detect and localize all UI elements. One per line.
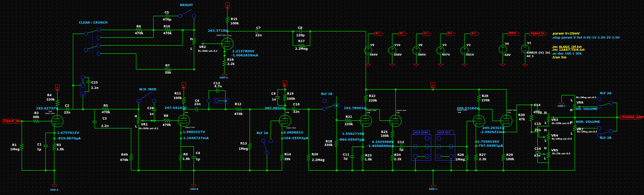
vsource-v4-symbol[interactable] [499,45,507,53]
gnd-v2-symbol[interactable] [462,64,467,66]
gnd-v1-symbol[interactable] [523,64,528,67]
switch-wh-mod-contact2[interactable] [152,99,156,103]
pot-vr6-symbol[interactable] [573,103,576,111]
gnd-a-top-symbol[interactable] [222,74,227,77]
cap-c1-symbol[interactable] [43,143,48,149]
switch-clean-crunch-throw2[interactable] [97,36,100,39]
pot-vr1-symbol[interactable] [137,116,140,124]
cap-c9-symbol[interactable] [275,95,280,100]
cap-c3-symbol[interactable] [92,119,97,125]
tube-v4b-symbol[interactable] [473,115,485,127]
relay-1a-contact1[interactable] [261,139,265,143]
pot-vr7-symbol[interactable] [573,124,576,132]
switch-clean-crunch-throw1[interactable] [97,28,100,31]
flag-cplus-rail[interactable] [431,82,435,89]
flag-bplus-src[interactable] [399,32,407,36]
cap-c5-symbol[interactable] [164,14,170,18]
schematic-canvas[interactable]: Signal_InR268kR11MegC11µR31.8kR4220kC222… [0,0,644,195]
resistor-r30-symbol[interactable] [530,114,533,122]
resistor-r25-symbol[interactable] [391,130,394,138]
tube-v4a-symbol[interactable] [500,115,512,127]
cap-c25-symbol[interactable] [86,79,91,85]
resistor-r27-symbol[interactable] [474,153,477,161]
relay-2b-throw-open[interactable] [597,134,601,137]
pot-vr3-symbol[interactable] [547,115,550,123]
cap-c6-symbol[interactable] [194,107,200,111]
switch-c25-contact1[interactable] [81,76,85,79]
resistor-r22-symbol[interactable] [364,94,367,102]
resistor-r24-symbol[interactable] [391,153,394,161]
switch-wh-mod-lever[interactable] [140,92,152,100]
resistor-r11-symbol[interactable] [182,96,185,105]
relay-2a-throw-open[interactable] [597,97,601,101]
ports-flags-grounds[interactable] [2,3,642,188]
resistor-r49-symbol[interactable] [130,153,133,161]
gnd-a-left-symbol[interactable] [52,185,57,187]
cap-c16-symbol[interactable] [535,150,540,155]
switch-clean-crunch-pole2[interactable] [84,48,88,52]
port-power-amp-flag[interactable] [620,115,642,119]
resistor-r15-symbol[interactable] [226,16,229,24]
vsource-v9-symbol[interactable] [364,47,372,54]
resistor-r28-symbol[interactable] [477,94,480,102]
resistor-r9-symbol[interactable] [179,153,182,161]
cap-c7-symbol[interactable] [254,29,260,34]
flag-aplus-r4[interactable] [55,85,59,92]
flag-bplus-r11[interactable] [182,82,186,89]
relay-1b-throw-open[interactable] [323,99,326,103]
resistor-r3-symbol[interactable] [53,143,56,151]
vsource-v10-symbol[interactable] [388,47,396,54]
flag-bias-src[interactable] [508,32,519,36]
switch-c13-contact1[interactable] [207,99,210,103]
relay-1a-contact3[interactable] [265,151,269,155]
cap-c4-symbol[interactable] [191,155,196,160]
tube-v3a-symbol[interactable] [390,115,401,127]
resistor-r17-symbol[interactable] [298,44,306,47]
tube-v1a-symbol[interactable] [222,38,233,50]
component-symbols[interactable] [20,14,576,162]
flag-dplus-src[interactable] [447,32,455,36]
switch-c25-contact2[interactable] [81,84,85,87]
resistor-r10-symbol[interactable] [164,28,172,31]
pot-vr4-symbol[interactable] [547,133,550,141]
relay-2a-throw[interactable] [609,101,613,105]
jack-ret-sleeve1[interactable] [437,154,441,158]
switch-bright-contact1[interactable] [178,14,182,18]
switch-wh-mod-contact1[interactable] [137,99,140,103]
tube-v1b-symbol[interactable] [51,115,63,127]
relay-1b-pole[interactable] [323,107,326,111]
resistor-r21-symbol[interactable] [344,119,352,122]
resistor-r2-symbol[interactable] [32,120,40,123]
gnd-v9-symbol[interactable] [366,64,371,66]
jack-send-tip[interactable] [425,136,429,140]
resistor-r18-symbol[interactable] [335,139,338,148]
vsource-v3-symbol[interactable] [437,47,444,54]
vsource-v1-symbol[interactable] [521,45,529,53]
tube-v3b-symbol[interactable] [360,115,372,127]
resistor-r23-symbol[interactable] [361,153,364,161]
switch-bright-lever[interactable] [181,9,192,15]
cap-c15-symbol[interactable] [535,126,540,132]
tube-v2b-symbol[interactable] [279,115,291,127]
resistor-r6-symbol[interactable] [135,28,143,31]
cap-c10-symbol[interactable] [291,107,296,111]
resistor-r26-symbol[interactable] [465,154,468,162]
cap-c2-symbol[interactable] [65,107,70,111]
switch-clean-crunch-throw4[interactable] [97,52,100,55]
flag-aplus-src[interactable] [375,32,383,36]
relay-2b-pole[interactable] [597,126,601,130]
resistor-r5-symbol[interactable] [102,108,110,111]
flag-eplus-src[interactable] [471,32,479,36]
resistor-r19-symbol[interactable] [283,93,287,102]
switch-bright-contact2[interactable] [192,14,196,18]
relay-2b-throw[interactable] [609,129,613,133]
jack-ret-sleeve2[interactable] [449,154,453,158]
resistor-r12-symbol[interactable] [235,108,243,111]
relay-1a-contact2[interactable] [269,139,273,143]
gnd-c-bottom-symbol[interactable] [431,185,436,188]
gnd-v4-symbol[interactable] [500,64,505,66]
switch-clean-crunch-throw3[interactable] [97,44,100,47]
resistor-r1-symbol[interactable] [20,143,23,151]
resistor-r20-symbol[interactable] [307,153,310,161]
gnd-v8-symbol[interactable] [414,64,419,66]
